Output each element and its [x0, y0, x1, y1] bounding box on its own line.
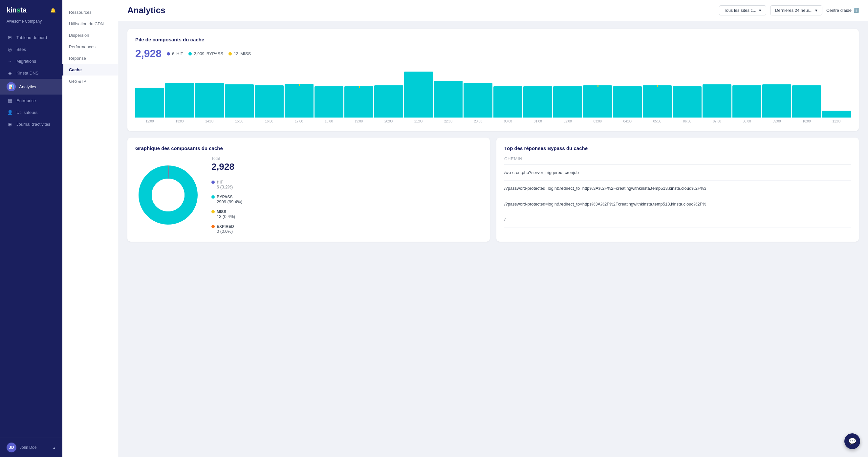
analytics-icon-wrap: 📊	[6, 82, 16, 91]
bar-time-label: 19:00	[344, 120, 373, 123]
bar-segment	[404, 71, 433, 118]
subnav-cache[interactable]: Cache	[62, 64, 118, 75]
bar-item	[523, 86, 552, 118]
bar-item	[285, 84, 313, 118]
sites-selector[interactable]: Tous les sites c... ▾	[719, 5, 766, 16]
bar-segment	[583, 85, 612, 118]
miss-segment	[657, 85, 658, 87]
bar-time-label: 03:00	[583, 120, 612, 123]
miss-dot-donut	[211, 210, 215, 213]
sidebar-item-journal[interactable]: ◉ Journal d'activités	[0, 118, 62, 130]
miss-segment	[299, 84, 300, 86]
bar-time-label: 09:00	[762, 120, 791, 123]
company-name: Awesome Company	[6, 19, 42, 24]
page-title: Analytics	[127, 5, 165, 16]
bar-item	[195, 83, 224, 118]
dl-miss-val: 13 (0.4%)	[217, 214, 242, 219]
bar-segment	[195, 83, 224, 118]
miss-segment	[359, 86, 360, 88]
bar-time-label: 05:00	[643, 120, 672, 123]
bell-icon[interactable]: 🔔	[50, 7, 56, 13]
dl-hit-val: 6 (0.2%)	[217, 184, 242, 189]
chevron-down-icon: ▾	[815, 8, 817, 13]
chat-button[interactable]: 💬	[844, 433, 860, 449]
bar-segment	[314, 86, 343, 118]
help-label: Centre d'aide	[826, 8, 851, 13]
miss-label: MISS	[240, 51, 251, 56]
user-name: John Doe	[20, 445, 36, 450]
sidebar-item-kinsta-dns[interactable]: ◈ Kinsta DNS	[0, 67, 62, 79]
subnav-cdn[interactable]: Utilisation du CDN	[62, 18, 118, 30]
donut-card: Graphique des composants du cache	[127, 138, 490, 242]
dl-hit: HIT 6 (0.2%)	[211, 180, 242, 189]
sidebar-item-label: Tableau de bord	[17, 35, 47, 40]
cache-stack-title: Pile de composants du cache	[135, 37, 851, 42]
miss-segment	[597, 85, 598, 87]
bar-time-label: 02:00	[553, 120, 582, 123]
chart-total: 2,928	[135, 48, 161, 60]
bar-labels: 12:0013:0014:0015:0016:0017:0018:0019:00…	[135, 120, 851, 123]
bar-time-label: 20:00	[374, 120, 403, 123]
hit-count: 6	[172, 51, 174, 56]
chevron-up-icon[interactable]: ▲	[53, 446, 56, 450]
chat-icon: 💬	[848, 437, 857, 445]
subnav-dispersion[interactable]: Dispersion	[62, 30, 118, 41]
sidebar-item-label: Journal d'activités	[17, 122, 50, 127]
bypass-column-header: CHEMIN	[504, 156, 851, 165]
dl-miss-label: MISS	[211, 210, 242, 214]
bar-item	[434, 81, 463, 118]
sidebar-item-sites[interactable]: ◎ Sites	[0, 43, 62, 55]
dl-expired-label: EXPIRED	[211, 224, 242, 229]
bypass-row: /?password-protected=login&redirect_to=h…	[504, 196, 851, 212]
bar-segment	[643, 85, 672, 118]
sidebar-item-label: Sites	[17, 47, 26, 52]
subnav-geo[interactable]: Géo & IP	[62, 75, 118, 87]
sidebar-item-tableau[interactable]: ⊞ Tableau de bord	[0, 32, 62, 43]
sidebar-item-migrations[interactable]: → Migrations	[0, 55, 62, 67]
bypass-table-card: Top des réponses Bypass du cache CHEMIN …	[496, 138, 859, 242]
bar-time-label: 07:00	[703, 120, 732, 123]
bar-item	[225, 84, 254, 118]
sidebar-item-analytics[interactable]: 📊 Analytics	[0, 79, 62, 95]
bar-segment	[464, 83, 492, 118]
time-selector[interactable]: Dernières 24 heur... ▾	[770, 5, 823, 16]
bar-item	[762, 84, 791, 118]
donut-title: Graphique des composants du cache	[135, 146, 482, 151]
bar-item	[493, 86, 522, 118]
chevron-down-icon: ▾	[759, 8, 761, 13]
sidebar: kinsta 🔔 Awesome Company ⊞ Tableau de bo…	[0, 0, 62, 457]
svg-point-3	[152, 179, 185, 211]
content-area: Pile de composants du cache 2,928 6 HIT …	[118, 21, 868, 457]
bar-time-label: 17:00	[285, 120, 313, 123]
logo: kinsta	[6, 6, 27, 14]
bar-time-label: 14:00	[195, 120, 224, 123]
info-icon: ℹ️	[854, 8, 859, 13]
sidebar-footer: JD John Doe ▲	[0, 438, 62, 457]
bar-time-label: 21:00	[404, 120, 433, 123]
subnav-ressources[interactable]: Ressources	[62, 6, 118, 18]
bar-segment	[135, 88, 164, 118]
bar-item	[255, 85, 284, 118]
entreprise-icon: ▦	[6, 98, 13, 103]
bar-item	[553, 86, 582, 118]
dl-bypass-val: 2909 (99.4%)	[217, 199, 242, 204]
analytics-icon: 📊	[8, 84, 14, 89]
bypass-rows: /wp-cron.php?server_triggered_cronjob/?p…	[504, 165, 851, 228]
bar-segment	[733, 85, 761, 118]
subnav-performances[interactable]: Performances	[62, 41, 118, 53]
sidebar-nav: ⊞ Tableau de bord ◎ Sites → Migrations ◈…	[0, 29, 62, 438]
header-controls: Tous les sites c... ▾ Dernières 24 heur.…	[719, 5, 859, 16]
subnav-reponse[interactable]: Réponse	[62, 53, 118, 64]
sidebar-item-entreprise[interactable]: ▦ Entreprise	[0, 95, 62, 106]
donut-section: Total 2,928 HIT 6 (0.2%)	[135, 156, 482, 234]
bar-segment	[165, 83, 194, 118]
bypass-row: /wp-cron.php?server_triggered_cronjob	[504, 165, 851, 181]
bar-segment	[374, 85, 403, 118]
bar-item	[165, 83, 194, 118]
help-button[interactable]: Centre d'aide ℹ️	[826, 8, 859, 13]
sidebar-item-label: Entreprise	[17, 98, 36, 103]
bypass-label: BYPASS	[207, 51, 223, 56]
sidebar-item-utilisateurs[interactable]: 👤 Utilisateurs	[0, 106, 62, 118]
bar-item	[344, 86, 373, 118]
bar-time-label: 15:00	[225, 120, 254, 123]
